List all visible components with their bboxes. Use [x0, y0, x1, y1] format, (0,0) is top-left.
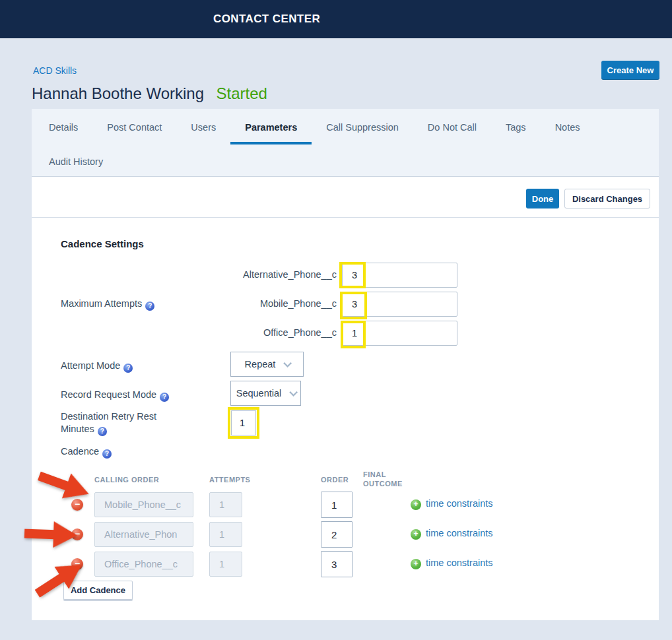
- help-icon[interactable]: ?: [160, 393, 169, 402]
- column-header-attempts: ATTEMPTS: [209, 476, 250, 484]
- discard-changes-button[interactable]: Discard Changes: [564, 189, 650, 208]
- add-time-constraint-icon[interactable]: +: [411, 529, 421, 540]
- help-icon[interactable]: ?: [102, 449, 112, 459]
- screen: CONTACT CENTER ACD Skills Hannah Boothe …: [0, 0, 672, 640]
- record-request-mode-label: Record Request Mode?: [61, 389, 169, 402]
- breadcrumb-acd-skills[interactable]: ACD Skills: [33, 65, 77, 76]
- attempt-mode-value: Repeat: [245, 359, 276, 369]
- column-header-calling-order: CALLING ORDER: [94, 476, 159, 484]
- alternative-phone-label: Alternative_Phone__c: [197, 269, 337, 280]
- chevron-down-icon: [284, 359, 292, 368]
- cadence-settings-heading: Cadence Settings: [61, 238, 144, 249]
- chevron-down-icon: [290, 388, 298, 397]
- cadence-row: − + time constraints: [32, 551, 659, 577]
- mobile-phone-input[interactable]: [342, 292, 457, 317]
- attempt-mode-label-text: Attempt Mode: [61, 360, 120, 371]
- actions-row: Done Discard Changes: [32, 177, 659, 218]
- add-time-constraint-icon[interactable]: +: [411, 499, 421, 510]
- page-title-row: Hannah Boothe Working Started: [32, 84, 267, 103]
- order-input[interactable]: [321, 551, 353, 577]
- tab-post-contact[interactable]: Post Contact: [92, 117, 176, 144]
- time-constraints-link[interactable]: time constraints: [426, 528, 493, 538]
- tab-details[interactable]: Details: [34, 117, 92, 144]
- office-phone-label: Office_Phone__c: [197, 327, 337, 338]
- order-input[interactable]: [321, 521, 353, 548]
- time-constraints-link[interactable]: time constraints: [426, 498, 493, 509]
- help-icon[interactable]: ?: [145, 302, 154, 311]
- add-time-constraint-icon[interactable]: +: [411, 559, 421, 569]
- attempts-input: [209, 552, 242, 577]
- tab-users[interactable]: Users: [176, 117, 230, 144]
- cadence-row: − + time constraints: [32, 521, 659, 548]
- help-icon[interactable]: ?: [98, 427, 107, 436]
- app-title: CONTACT CENTER: [213, 0, 320, 38]
- tab-audit-history[interactable]: Audit History: [34, 151, 118, 179]
- record-request-mode-value: Sequential: [236, 388, 282, 399]
- record-request-mode-label-text: Record Request Mode: [61, 389, 156, 400]
- alternative-phone-input[interactable]: [342, 263, 457, 288]
- tab-row-1: Details Post Contact Users Parameters Ca…: [34, 117, 595, 144]
- cadence-label-text: Cadence: [61, 446, 99, 457]
- tab-parameters[interactable]: Parameters: [230, 117, 312, 144]
- app-header: CONTACT CENTER: [0, 0, 672, 38]
- done-button[interactable]: Done: [526, 189, 559, 208]
- help-icon[interactable]: ?: [123, 364, 133, 373]
- tab-row-2: Audit History: [34, 151, 118, 179]
- status-badge: Started: [217, 84, 267, 103]
- attempt-mode-label: Attempt Mode?: [61, 360, 133, 373]
- maximum-attempts-label: Maximum Attempts?: [61, 298, 154, 311]
- attempts-input: [209, 492, 242, 517]
- attempt-mode-select[interactable]: Repeat: [230, 352, 304, 377]
- destination-retry-label: Destination Retry Rest Minutes?: [61, 410, 165, 436]
- destination-retry-label-text: Destination Retry Rest Minutes: [61, 411, 156, 434]
- column-header-final-outcome: FINAL OUTCOME: [363, 470, 405, 488]
- tab-notes[interactable]: Notes: [541, 117, 595, 144]
- annotation-arrow-icon: [24, 519, 78, 551]
- cadence-label: Cadence?: [61, 446, 112, 459]
- tab-call-suppression[interactable]: Call Suppression: [312, 117, 413, 144]
- office-phone-input[interactable]: [342, 321, 457, 346]
- tab-do-not-call[interactable]: Do Not Call: [413, 117, 491, 144]
- tab-tags[interactable]: Tags: [491, 117, 541, 144]
- destination-retry-input[interactable]: [231, 410, 256, 435]
- skill-detail-card: Details Post Contact Users Parameters Ca…: [32, 109, 659, 620]
- cadence-row: − + time constraints: [32, 492, 659, 518]
- tab-strip: Details Post Contact Users Parameters Ca…: [32, 109, 659, 177]
- time-constraints-link[interactable]: time constraints: [426, 558, 493, 568]
- calling-order-input: [94, 552, 193, 577]
- column-header-order: ORDER: [321, 476, 349, 484]
- attempts-input: [209, 522, 242, 547]
- page-title: Hannah Boothe Working: [32, 84, 204, 103]
- create-new-button[interactable]: Create New: [601, 61, 659, 79]
- mobile-phone-label: Mobile_Phone__c: [197, 298, 337, 309]
- maximum-attempts-label-text: Maximum Attempts: [61, 298, 142, 309]
- order-input[interactable]: [321, 492, 353, 518]
- record-request-mode-select[interactable]: Sequential: [230, 381, 301, 406]
- calling-order-input: [94, 522, 193, 547]
- calling-order-input: [94, 492, 193, 517]
